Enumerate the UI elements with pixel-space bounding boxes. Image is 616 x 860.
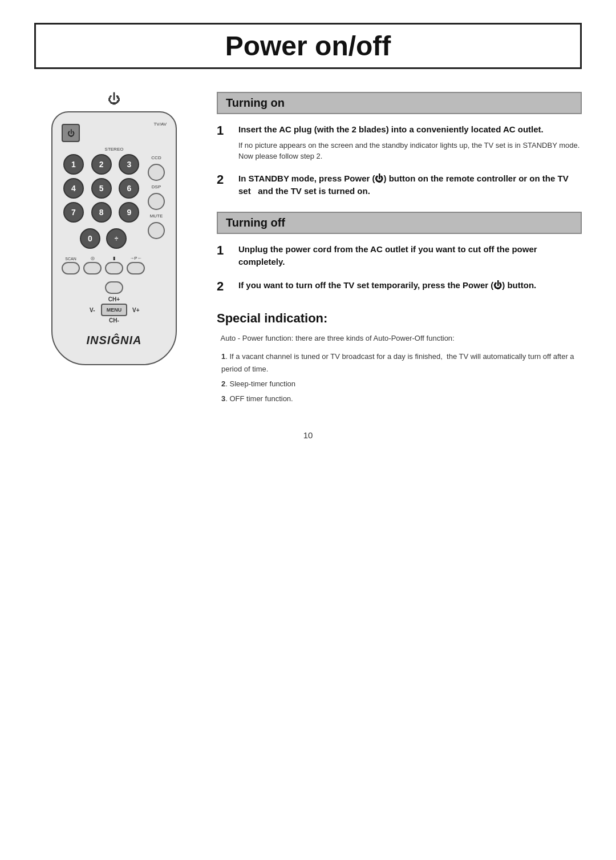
turning-on-step-2: 2 In STANDBY mode, press Power (⏻) butto… — [217, 172, 582, 198]
step-off-number-2: 2 — [217, 279, 230, 294]
brand-logo: INSIĜNIA — [87, 334, 142, 347]
power-icon-above: ⏻ — [108, 92, 120, 107]
remote-column: ⏻ ⏻ TV/AV STEREO 1 2 3 — [34, 92, 194, 365]
step-2-main: In STANDBY mode, press Power (⏻) button … — [238, 172, 582, 198]
ch-minus-label: CH- — [109, 317, 119, 324]
dsp-button[interactable] — [148, 193, 165, 210]
content-column: Turning on 1 Insert the AC plug (with th… — [217, 92, 582, 407]
step-2-content: In STANDBY mode, press Power (⏻) button … — [238, 172, 582, 198]
power-button[interactable]: ⏻ — [62, 124, 80, 142]
turning-on-step-1: 1 Insert the AC plug (with the 2 blades)… — [217, 123, 582, 162]
record-button[interactable] — [105, 262, 123, 274]
btn-6[interactable]: 6 — [119, 178, 139, 199]
step-off-number-1: 1 — [217, 243, 230, 258]
nav-section: CH+ V- MENU V+ CH- — [86, 296, 143, 324]
tv-av-label: TV/AV — [153, 122, 167, 127]
btn-7[interactable]: 7 — [63, 202, 84, 223]
turning-on-header: Turning on — [217, 92, 582, 114]
page-title: Power on/off — [36, 30, 580, 62]
ch-plus-label: CH+ — [108, 296, 120, 302]
ccd-label: CCD — [151, 155, 161, 160]
page-number: 10 — [34, 430, 582, 440]
step-1-content: Insert the AC plug (with the 2 blades) i… — [238, 123, 582, 162]
btn-9[interactable]: 9 — [119, 202, 139, 223]
remote-top-section: ⏻ TV/AV — [62, 122, 167, 142]
special-intro: Auto - Power function: there are three k… — [217, 333, 582, 345]
stereo-label: STEREO — [105, 147, 124, 152]
btn-dash[interactable]: ÷ — [106, 228, 127, 249]
pip-label: →P← — [127, 256, 145, 261]
scan-icon-label: ◎ — [83, 256, 102, 261]
special-list: 1. If a vacant channel is tuned or TV br… — [217, 350, 582, 405]
mute-label: MUTE — [150, 213, 163, 219]
remote-body: ⏻ TV/AV STEREO 1 2 3 4 5 6 — [51, 111, 177, 365]
zero-row: 0 ÷ — [80, 228, 127, 249]
step-off-2-content: If you want to turn off the TV set tempo… — [238, 279, 536, 292]
scan-button[interactable] — [62, 262, 80, 274]
btn-2[interactable]: 2 — [91, 154, 112, 175]
menu-button[interactable]: MENU — [101, 304, 128, 316]
page-title-box: Power on/off — [34, 23, 582, 69]
ccd-button[interactable] — [148, 164, 165, 181]
eject-button[interactable] — [105, 281, 123, 294]
turning-off-header: Turning off — [217, 212, 582, 234]
btn-5[interactable]: 5 — [91, 178, 112, 199]
btn-8[interactable]: 8 — [91, 202, 112, 223]
dsp-label: DSP — [152, 184, 161, 189]
btn-3[interactable]: 3 — [119, 154, 139, 175]
vol-minus-label: V- — [86, 307, 99, 313]
special-section: Special indication: Auto - Power functio… — [217, 311, 582, 405]
step-1-sub: If no picture appears on the screen and … — [238, 140, 582, 162]
special-item-1: 1. If a vacant channel is tuned or TV br… — [221, 350, 582, 376]
special-title: Special indication: — [217, 311, 582, 326]
step-number-1: 1 — [217, 123, 230, 138]
main-layout: ⏻ ⏻ TV/AV STEREO 1 2 3 — [34, 92, 582, 407]
step-off-1-content: Unplug the power cord from the AC outlet… — [238, 243, 582, 269]
rec-label: ▮ — [105, 256, 123, 261]
step-off-1-main: Unplug the power cord from the AC outlet… — [238, 243, 582, 269]
number-grid: 1 2 3 4 5 6 7 8 9 — [63, 154, 143, 223]
step-number-2: 2 — [217, 172, 230, 187]
step-off-2-main: If you want to turn off the TV set tempo… — [238, 279, 536, 292]
btn-1[interactable]: 1 — [63, 154, 84, 175]
mute-button[interactable] — [148, 222, 165, 239]
scan-row — [62, 262, 167, 274]
step-1-main: Insert the AC plug (with the 2 blades) i… — [238, 123, 582, 136]
turning-off-step-1: 1 Unplug the power cord from the AC outl… — [217, 243, 582, 269]
btn-0[interactable]: 0 — [80, 228, 100, 249]
turning-off-step-2: 2 If you want to turn off the TV set tem… — [217, 279, 582, 294]
vol-plus-label: V+ — [129, 307, 142, 313]
nav-middle: V- MENU V+ — [86, 304, 143, 316]
special-item-2: 2. Sleep-timer function — [221, 378, 582, 390]
btn-4[interactable]: 4 — [63, 178, 84, 199]
special-item-3: 3. OFF timer function. — [221, 393, 582, 405]
scan-label: SCAN — [62, 257, 80, 261]
clock-button[interactable] — [83, 262, 102, 274]
pip-button[interactable] — [127, 262, 145, 274]
scan-labels: SCAN ◎ ▮ →P← — [62, 256, 167, 261]
